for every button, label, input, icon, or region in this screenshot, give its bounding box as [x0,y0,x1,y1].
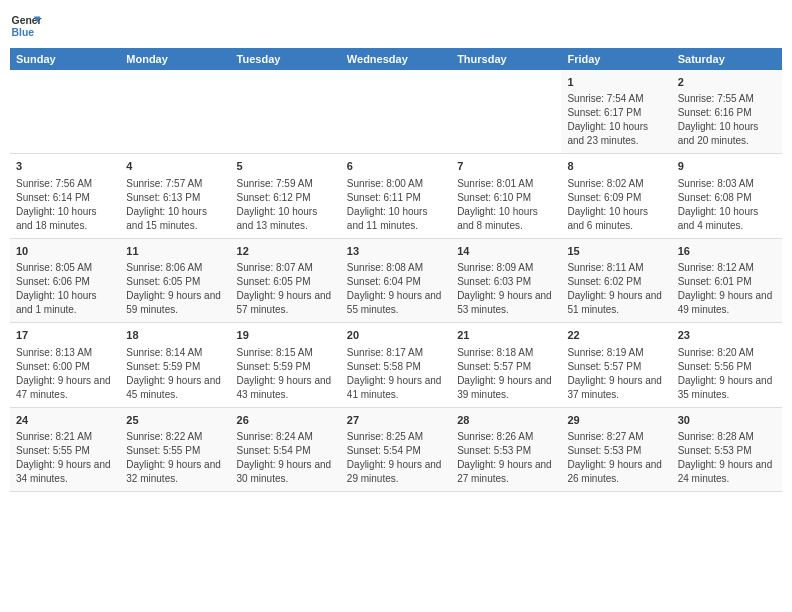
calendar-cell [10,70,120,154]
svg-text:Blue: Blue [12,27,35,38]
day-number: 25 [126,413,224,428]
day-info: Sunrise: 8:06 AM Sunset: 6:05 PM Dayligh… [126,261,224,317]
calendar-cell: 17Sunrise: 8:13 AM Sunset: 6:00 PM Dayli… [10,323,120,407]
day-info: Sunrise: 8:11 AM Sunset: 6:02 PM Dayligh… [567,261,665,317]
calendar-body: 1Sunrise: 7:54 AM Sunset: 6:17 PM Daylig… [10,70,782,491]
calendar-cell: 29Sunrise: 8:27 AM Sunset: 5:53 PM Dayli… [561,407,671,491]
calendar-cell [231,70,341,154]
day-number: 16 [678,244,776,259]
calendar-cell: 9Sunrise: 8:03 AM Sunset: 6:08 PM Daylig… [672,154,782,238]
calendar-cell: 16Sunrise: 8:12 AM Sunset: 6:01 PM Dayli… [672,238,782,322]
day-of-week-header: Tuesday [231,48,341,70]
logo-icon: General Blue [10,10,42,42]
calendar-cell: 24Sunrise: 8:21 AM Sunset: 5:55 PM Dayli… [10,407,120,491]
day-number: 7 [457,159,555,174]
calendar-cell: 25Sunrise: 8:22 AM Sunset: 5:55 PM Dayli… [120,407,230,491]
calendar-table: SundayMondayTuesdayWednesdayThursdayFrid… [10,48,782,492]
day-info: Sunrise: 8:14 AM Sunset: 5:59 PM Dayligh… [126,346,224,402]
day-number: 15 [567,244,665,259]
day-number: 28 [457,413,555,428]
calendar-week-row: 3Sunrise: 7:56 AM Sunset: 6:14 PM Daylig… [10,154,782,238]
calendar-week-row: 17Sunrise: 8:13 AM Sunset: 6:00 PM Dayli… [10,323,782,407]
calendar-cell: 28Sunrise: 8:26 AM Sunset: 5:53 PM Dayli… [451,407,561,491]
day-info: Sunrise: 8:22 AM Sunset: 5:55 PM Dayligh… [126,430,224,486]
calendar-cell: 22Sunrise: 8:19 AM Sunset: 5:57 PM Dayli… [561,323,671,407]
calendar-cell: 14Sunrise: 8:09 AM Sunset: 6:03 PM Dayli… [451,238,561,322]
calendar-cell: 4Sunrise: 7:57 AM Sunset: 6:13 PM Daylig… [120,154,230,238]
day-info: Sunrise: 8:13 AM Sunset: 6:00 PM Dayligh… [16,346,114,402]
day-info: Sunrise: 7:54 AM Sunset: 6:17 PM Dayligh… [567,92,665,148]
day-info: Sunrise: 7:55 AM Sunset: 6:16 PM Dayligh… [678,92,776,148]
day-number: 21 [457,328,555,343]
day-info: Sunrise: 8:15 AM Sunset: 5:59 PM Dayligh… [237,346,335,402]
day-info: Sunrise: 8:25 AM Sunset: 5:54 PM Dayligh… [347,430,445,486]
day-info: Sunrise: 8:12 AM Sunset: 6:01 PM Dayligh… [678,261,776,317]
day-info: Sunrise: 8:05 AM Sunset: 6:06 PM Dayligh… [16,261,114,317]
day-of-week-header: Saturday [672,48,782,70]
day-number: 1 [567,75,665,90]
day-of-week-header: Wednesday [341,48,451,70]
day-number: 22 [567,328,665,343]
day-info: Sunrise: 8:09 AM Sunset: 6:03 PM Dayligh… [457,261,555,317]
day-number: 4 [126,159,224,174]
day-info: Sunrise: 8:21 AM Sunset: 5:55 PM Dayligh… [16,430,114,486]
calendar-cell: 20Sunrise: 8:17 AM Sunset: 5:58 PM Dayli… [341,323,451,407]
calendar-cell: 3Sunrise: 7:56 AM Sunset: 6:14 PM Daylig… [10,154,120,238]
calendar-cell: 23Sunrise: 8:20 AM Sunset: 5:56 PM Dayli… [672,323,782,407]
day-number: 13 [347,244,445,259]
calendar-cell: 11Sunrise: 8:06 AM Sunset: 6:05 PM Dayli… [120,238,230,322]
day-info: Sunrise: 8:08 AM Sunset: 6:04 PM Dayligh… [347,261,445,317]
calendar-week-row: 10Sunrise: 8:05 AM Sunset: 6:06 PM Dayli… [10,238,782,322]
calendar-cell: 2Sunrise: 7:55 AM Sunset: 6:16 PM Daylig… [672,70,782,154]
day-of-week-header: Friday [561,48,671,70]
day-number: 2 [678,75,776,90]
day-number: 11 [126,244,224,259]
day-info: Sunrise: 7:59 AM Sunset: 6:12 PM Dayligh… [237,177,335,233]
calendar-cell: 7Sunrise: 8:01 AM Sunset: 6:10 PM Daylig… [451,154,561,238]
day-info: Sunrise: 7:56 AM Sunset: 6:14 PM Dayligh… [16,177,114,233]
day-number: 14 [457,244,555,259]
day-info: Sunrise: 8:02 AM Sunset: 6:09 PM Dayligh… [567,177,665,233]
calendar-cell: 30Sunrise: 8:28 AM Sunset: 5:53 PM Dayli… [672,407,782,491]
calendar-cell: 8Sunrise: 8:02 AM Sunset: 6:09 PM Daylig… [561,154,671,238]
header: General Blue [10,10,782,42]
calendar-cell: 13Sunrise: 8:08 AM Sunset: 6:04 PM Dayli… [341,238,451,322]
day-number: 29 [567,413,665,428]
day-number: 30 [678,413,776,428]
calendar-cell: 26Sunrise: 8:24 AM Sunset: 5:54 PM Dayli… [231,407,341,491]
day-info: Sunrise: 8:01 AM Sunset: 6:10 PM Dayligh… [457,177,555,233]
day-info: Sunrise: 8:20 AM Sunset: 5:56 PM Dayligh… [678,346,776,402]
day-number: 9 [678,159,776,174]
day-number: 27 [347,413,445,428]
calendar-cell: 5Sunrise: 7:59 AM Sunset: 6:12 PM Daylig… [231,154,341,238]
day-info: Sunrise: 8:26 AM Sunset: 5:53 PM Dayligh… [457,430,555,486]
day-of-week-row: SundayMondayTuesdayWednesdayThursdayFrid… [10,48,782,70]
day-info: Sunrise: 7:57 AM Sunset: 6:13 PM Dayligh… [126,177,224,233]
day-number: 8 [567,159,665,174]
logo: General Blue [10,10,42,42]
day-info: Sunrise: 8:17 AM Sunset: 5:58 PM Dayligh… [347,346,445,402]
calendar-cell [120,70,230,154]
calendar-cell: 21Sunrise: 8:18 AM Sunset: 5:57 PM Dayli… [451,323,561,407]
day-info: Sunrise: 8:28 AM Sunset: 5:53 PM Dayligh… [678,430,776,486]
day-number: 24 [16,413,114,428]
day-of-week-header: Thursday [451,48,561,70]
calendar-cell: 15Sunrise: 8:11 AM Sunset: 6:02 PM Dayli… [561,238,671,322]
day-number: 6 [347,159,445,174]
calendar-cell: 18Sunrise: 8:14 AM Sunset: 5:59 PM Dayli… [120,323,230,407]
day-info: Sunrise: 8:18 AM Sunset: 5:57 PM Dayligh… [457,346,555,402]
day-number: 17 [16,328,114,343]
day-info: Sunrise: 8:03 AM Sunset: 6:08 PM Dayligh… [678,177,776,233]
day-number: 19 [237,328,335,343]
calendar-week-row: 1Sunrise: 7:54 AM Sunset: 6:17 PM Daylig… [10,70,782,154]
calendar-cell: 27Sunrise: 8:25 AM Sunset: 5:54 PM Dayli… [341,407,451,491]
calendar-cell: 10Sunrise: 8:05 AM Sunset: 6:06 PM Dayli… [10,238,120,322]
day-info: Sunrise: 8:19 AM Sunset: 5:57 PM Dayligh… [567,346,665,402]
calendar-cell: 1Sunrise: 7:54 AM Sunset: 6:17 PM Daylig… [561,70,671,154]
day-number: 12 [237,244,335,259]
calendar-cell [341,70,451,154]
calendar-cell: 12Sunrise: 8:07 AM Sunset: 6:05 PM Dayli… [231,238,341,322]
day-info: Sunrise: 8:27 AM Sunset: 5:53 PM Dayligh… [567,430,665,486]
calendar-cell: 6Sunrise: 8:00 AM Sunset: 6:11 PM Daylig… [341,154,451,238]
calendar-week-row: 24Sunrise: 8:21 AM Sunset: 5:55 PM Dayli… [10,407,782,491]
